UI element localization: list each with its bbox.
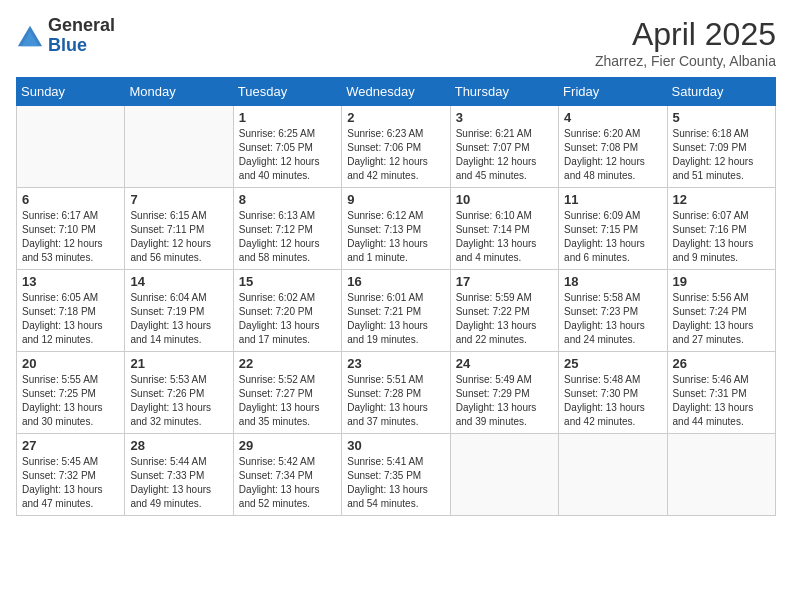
day-number: 1: [239, 110, 336, 125]
day-info: Sunrise: 5:52 AMSunset: 7:27 PMDaylight:…: [239, 373, 336, 429]
column-header-tuesday: Tuesday: [233, 78, 341, 106]
day-info: Sunrise: 5:49 AMSunset: 7:29 PMDaylight:…: [456, 373, 553, 429]
day-number: 6: [22, 192, 119, 207]
calendar-cell: 22Sunrise: 5:52 AMSunset: 7:27 PMDayligh…: [233, 352, 341, 434]
calendar-cell: 2Sunrise: 6:23 AMSunset: 7:06 PMDaylight…: [342, 106, 450, 188]
day-info: Sunrise: 6:18 AMSunset: 7:09 PMDaylight:…: [673, 127, 770, 183]
calendar-cell: 18Sunrise: 5:58 AMSunset: 7:23 PMDayligh…: [559, 270, 667, 352]
day-info: Sunrise: 6:10 AMSunset: 7:14 PMDaylight:…: [456, 209, 553, 265]
calendar-cell: 9Sunrise: 6:12 AMSunset: 7:13 PMDaylight…: [342, 188, 450, 270]
day-info: Sunrise: 5:42 AMSunset: 7:34 PMDaylight:…: [239, 455, 336, 511]
day-info: Sunrise: 5:58 AMSunset: 7:23 PMDaylight:…: [564, 291, 661, 347]
day-info: Sunrise: 5:41 AMSunset: 7:35 PMDaylight:…: [347, 455, 444, 511]
calendar-cell: 15Sunrise: 6:02 AMSunset: 7:20 PMDayligh…: [233, 270, 341, 352]
location-title: Zharrez, Fier County, Albania: [595, 53, 776, 69]
calendar-cell: 20Sunrise: 5:55 AMSunset: 7:25 PMDayligh…: [17, 352, 125, 434]
calendar-cell: 17Sunrise: 5:59 AMSunset: 7:22 PMDayligh…: [450, 270, 558, 352]
calendar-cell: 11Sunrise: 6:09 AMSunset: 7:15 PMDayligh…: [559, 188, 667, 270]
day-info: Sunrise: 6:05 AMSunset: 7:18 PMDaylight:…: [22, 291, 119, 347]
day-info: Sunrise: 5:56 AMSunset: 7:24 PMDaylight:…: [673, 291, 770, 347]
day-number: 23: [347, 356, 444, 371]
calendar-cell: 16Sunrise: 6:01 AMSunset: 7:21 PMDayligh…: [342, 270, 450, 352]
calendar-cell: [125, 106, 233, 188]
column-header-thursday: Thursday: [450, 78, 558, 106]
page-header: General Blue April 2025 Zharrez, Fier Co…: [16, 16, 776, 69]
calendar-week-row: 27Sunrise: 5:45 AMSunset: 7:32 PMDayligh…: [17, 434, 776, 516]
day-info: Sunrise: 6:02 AMSunset: 7:20 PMDaylight:…: [239, 291, 336, 347]
day-info: Sunrise: 6:13 AMSunset: 7:12 PMDaylight:…: [239, 209, 336, 265]
calendar-cell: 25Sunrise: 5:48 AMSunset: 7:30 PMDayligh…: [559, 352, 667, 434]
day-number: 4: [564, 110, 661, 125]
day-info: Sunrise: 6:21 AMSunset: 7:07 PMDaylight:…: [456, 127, 553, 183]
calendar-cell: [667, 434, 775, 516]
day-number: 20: [22, 356, 119, 371]
calendar-cell: 24Sunrise: 5:49 AMSunset: 7:29 PMDayligh…: [450, 352, 558, 434]
day-number: 19: [673, 274, 770, 289]
calendar-cell: 26Sunrise: 5:46 AMSunset: 7:31 PMDayligh…: [667, 352, 775, 434]
day-info: Sunrise: 6:15 AMSunset: 7:11 PMDaylight:…: [130, 209, 227, 265]
calendar-cell: 7Sunrise: 6:15 AMSunset: 7:11 PMDaylight…: [125, 188, 233, 270]
column-header-saturday: Saturday: [667, 78, 775, 106]
day-number: 17: [456, 274, 553, 289]
calendar-cell: 23Sunrise: 5:51 AMSunset: 7:28 PMDayligh…: [342, 352, 450, 434]
calendar-cell: 21Sunrise: 5:53 AMSunset: 7:26 PMDayligh…: [125, 352, 233, 434]
calendar-cell: 27Sunrise: 5:45 AMSunset: 7:32 PMDayligh…: [17, 434, 125, 516]
calendar-cell: 19Sunrise: 5:56 AMSunset: 7:24 PMDayligh…: [667, 270, 775, 352]
calendar-cell: 6Sunrise: 6:17 AMSunset: 7:10 PMDaylight…: [17, 188, 125, 270]
day-number: 16: [347, 274, 444, 289]
day-info: Sunrise: 5:59 AMSunset: 7:22 PMDaylight:…: [456, 291, 553, 347]
calendar-cell: 30Sunrise: 5:41 AMSunset: 7:35 PMDayligh…: [342, 434, 450, 516]
day-number: 26: [673, 356, 770, 371]
column-header-friday: Friday: [559, 78, 667, 106]
calendar-cell: 1Sunrise: 6:25 AMSunset: 7:05 PMDaylight…: [233, 106, 341, 188]
calendar-week-row: 13Sunrise: 6:05 AMSunset: 7:18 PMDayligh…: [17, 270, 776, 352]
day-number: 13: [22, 274, 119, 289]
day-number: 2: [347, 110, 444, 125]
column-header-wednesday: Wednesday: [342, 78, 450, 106]
day-number: 9: [347, 192, 444, 207]
column-header-monday: Monday: [125, 78, 233, 106]
day-number: 15: [239, 274, 336, 289]
calendar-cell: 12Sunrise: 6:07 AMSunset: 7:16 PMDayligh…: [667, 188, 775, 270]
calendar-cell: 14Sunrise: 6:04 AMSunset: 7:19 PMDayligh…: [125, 270, 233, 352]
calendar-cell: 3Sunrise: 6:21 AMSunset: 7:07 PMDaylight…: [450, 106, 558, 188]
day-number: 8: [239, 192, 336, 207]
day-info: Sunrise: 5:46 AMSunset: 7:31 PMDaylight:…: [673, 373, 770, 429]
day-number: 7: [130, 192, 227, 207]
calendar-cell: 5Sunrise: 6:18 AMSunset: 7:09 PMDaylight…: [667, 106, 775, 188]
day-number: 14: [130, 274, 227, 289]
calendar-table: SundayMondayTuesdayWednesdayThursdayFrid…: [16, 77, 776, 516]
day-info: Sunrise: 6:12 AMSunset: 7:13 PMDaylight:…: [347, 209, 444, 265]
column-header-sunday: Sunday: [17, 78, 125, 106]
calendar-cell: [450, 434, 558, 516]
day-number: 3: [456, 110, 553, 125]
day-number: 29: [239, 438, 336, 453]
calendar-header-row: SundayMondayTuesdayWednesdayThursdayFrid…: [17, 78, 776, 106]
calendar-cell: 13Sunrise: 6:05 AMSunset: 7:18 PMDayligh…: [17, 270, 125, 352]
calendar-cell: [17, 106, 125, 188]
day-number: 30: [347, 438, 444, 453]
day-number: 12: [673, 192, 770, 207]
day-info: Sunrise: 6:17 AMSunset: 7:10 PMDaylight:…: [22, 209, 119, 265]
day-info: Sunrise: 5:48 AMSunset: 7:30 PMDaylight:…: [564, 373, 661, 429]
day-info: Sunrise: 5:44 AMSunset: 7:33 PMDaylight:…: [130, 455, 227, 511]
day-info: Sunrise: 5:55 AMSunset: 7:25 PMDaylight:…: [22, 373, 119, 429]
logo-general-text: General: [48, 15, 115, 35]
calendar-cell: 29Sunrise: 5:42 AMSunset: 7:34 PMDayligh…: [233, 434, 341, 516]
day-number: 28: [130, 438, 227, 453]
day-number: 25: [564, 356, 661, 371]
calendar-week-row: 6Sunrise: 6:17 AMSunset: 7:10 PMDaylight…: [17, 188, 776, 270]
calendar-cell: 4Sunrise: 6:20 AMSunset: 7:08 PMDaylight…: [559, 106, 667, 188]
day-info: Sunrise: 6:04 AMSunset: 7:19 PMDaylight:…: [130, 291, 227, 347]
day-number: 18: [564, 274, 661, 289]
logo-icon: [16, 22, 44, 50]
day-number: 5: [673, 110, 770, 125]
day-info: Sunrise: 5:45 AMSunset: 7:32 PMDaylight:…: [22, 455, 119, 511]
day-info: Sunrise: 5:53 AMSunset: 7:26 PMDaylight:…: [130, 373, 227, 429]
title-block: April 2025 Zharrez, Fier County, Albania: [595, 16, 776, 69]
day-number: 24: [456, 356, 553, 371]
day-info: Sunrise: 6:07 AMSunset: 7:16 PMDaylight:…: [673, 209, 770, 265]
calendar-cell: 10Sunrise: 6:10 AMSunset: 7:14 PMDayligh…: [450, 188, 558, 270]
day-info: Sunrise: 6:23 AMSunset: 7:06 PMDaylight:…: [347, 127, 444, 183]
month-title: April 2025: [595, 16, 776, 53]
